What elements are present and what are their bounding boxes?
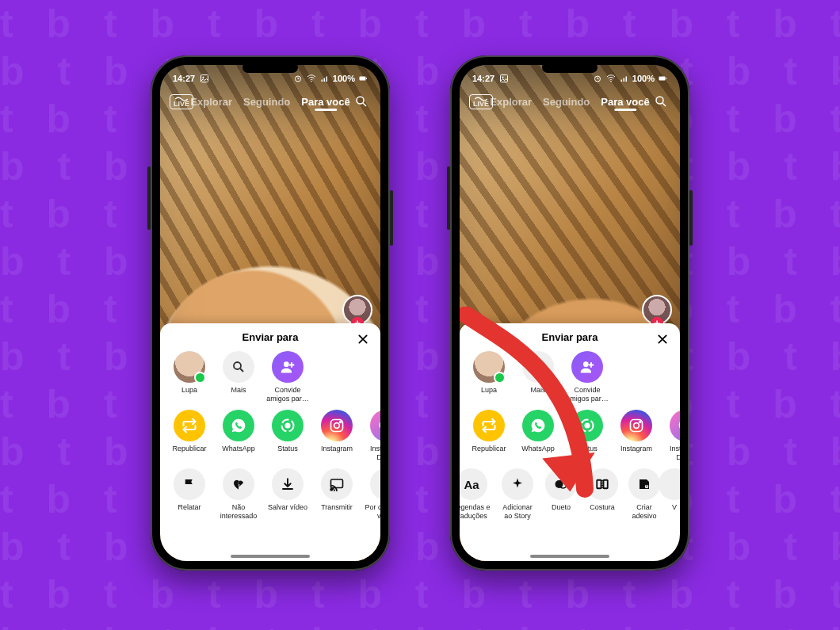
gallery-icon: [499, 74, 509, 83]
tab-para-voce[interactable]: Para você: [301, 96, 349, 108]
share-instagram-direct[interactable]: Instagram Direct: [664, 410, 680, 462]
top-nav: LIVE Explorar Seguindo Para você: [460, 89, 680, 114]
instagram-icon: [620, 410, 652, 441]
share-contact-lupa[interactable]: Lupa: [468, 351, 510, 403]
share-sheet: Enviar para Lupa Mais: [160, 323, 380, 561]
sticker-icon: [628, 468, 660, 500]
tab-seguindo[interactable]: Seguindo: [543, 96, 590, 108]
action-costura[interactable]: Costura: [585, 468, 620, 521]
svg-point-13: [340, 421, 342, 422]
share-more-contacts[interactable]: Mais: [217, 351, 260, 403]
whatsapp-icon: [522, 410, 554, 441]
svg-point-27: [586, 424, 590, 428]
search-icon: [354, 94, 368, 109]
share-more-contacts[interactable]: Mais: [517, 351, 559, 403]
creator-avatar[interactable]: +: [342, 295, 372, 325]
close-button[interactable]: [653, 330, 672, 349]
wifi-icon: [605, 74, 617, 83]
action-legendas[interactable]: Aa Legendas e traduções: [460, 468, 491, 521]
action-transmitir[interactable]: Transmitir: [315, 468, 358, 521]
top-nav: LIVE Explorar Seguindo Para você: [160, 89, 380, 114]
close-icon: [357, 334, 368, 345]
share-republicar[interactable]: Republicar: [468, 410, 510, 462]
duet-icon: [545, 468, 577, 500]
tab-explorar[interactable]: Explorar: [190, 96, 232, 108]
svg-point-10: [286, 424, 290, 428]
status-battery-text: 100%: [632, 74, 655, 83]
action-relatar[interactable]: Relatar: [168, 468, 211, 521]
svg-point-12: [334, 423, 340, 429]
svg-point-6: [357, 97, 364, 104]
tab-seguindo[interactable]: Seguindo: [243, 96, 290, 108]
sparkle-icon: [502, 468, 533, 500]
share-status[interactable]: Status: [266, 410, 309, 462]
messenger-icon: [670, 410, 680, 441]
add-user-icon: [571, 351, 603, 383]
repost-icon: [174, 410, 205, 441]
whatsapp-icon: [223, 410, 254, 441]
action-peek-right[interactable]: V: [669, 468, 680, 521]
share-status[interactable]: Status: [566, 410, 609, 462]
flag-icon: [174, 468, 205, 500]
gallery-icon: [200, 74, 209, 83]
search-button[interactable]: [651, 92, 670, 111]
share-sheet-title: Enviar para: [242, 331, 299, 343]
svg-rect-21: [659, 77, 666, 81]
search-button[interactable]: [352, 92, 371, 111]
home-indicator[interactable]: [231, 555, 310, 558]
messenger-icon: [370, 410, 380, 441]
share-instagram[interactable]: Instagram: [315, 410, 358, 462]
action-adicionar-story[interactable]: Adicionar ao Story: [498, 468, 537, 521]
action-salvar-video[interactable]: Salvar vídeo: [266, 468, 309, 521]
alarm-icon: [293, 74, 303, 83]
svg-rect-34: [604, 480, 608, 489]
share-instagram-direct[interactable]: Instagram Direct: [365, 410, 380, 462]
svg-point-7: [234, 362, 241, 369]
action-dueto[interactable]: Dueto: [544, 468, 578, 521]
phone-left: 14:27 100% LIVE E: [151, 55, 390, 571]
svg-point-20: [610, 81, 612, 82]
creator-avatar[interactable]: +: [642, 295, 672, 325]
tab-explorar[interactable]: Explorar: [490, 96, 532, 108]
share-invite-friends[interactable]: Convide amigos par…: [266, 351, 309, 403]
search-icon: [223, 351, 254, 383]
share-instagram[interactable]: Instagram: [615, 410, 658, 462]
action-nao-interessado[interactable]: Não interessado: [217, 468, 260, 521]
phone-right: 14:27 100% LIVE Explorar: [450, 55, 689, 571]
question-icon: [370, 468, 380, 500]
alarm-icon: [593, 74, 602, 83]
svg-point-29: [634, 423, 640, 429]
text-aa-icon: Aa: [460, 468, 487, 500]
search-icon: [522, 351, 554, 383]
svg-point-25: [583, 361, 589, 367]
avatar-icon: [473, 351, 505, 383]
share-contact-lupa[interactable]: Lupa: [168, 351, 211, 403]
download-icon: [272, 468, 304, 500]
share-republicar[interactable]: Republicar: [168, 410, 211, 462]
tab-para-voce[interactable]: Para você: [601, 96, 649, 108]
share-invite-friends[interactable]: Convide amigos par…: [566, 351, 609, 403]
share-whatsapp[interactable]: WhatsApp: [517, 410, 559, 462]
svg-rect-0: [201, 75, 208, 82]
avatar-icon: [174, 351, 205, 383]
action-criar-adesivo[interactable]: Criar adesivo: [626, 468, 662, 521]
phone-notch: [542, 62, 598, 73]
phone-notch: [242, 62, 298, 73]
home-indicator[interactable]: [530, 555, 609, 558]
svg-rect-22: [666, 78, 666, 79]
svg-point-30: [640, 421, 641, 422]
search-icon: [654, 94, 668, 109]
whatsapp-status-icon: [571, 410, 603, 441]
status-time: 14:27: [173, 74, 195, 83]
cast-icon: [321, 468, 353, 500]
instagram-icon: [321, 410, 353, 441]
signal-icon: [620, 74, 629, 83]
svg-rect-4: [360, 77, 366, 81]
svg-point-18: [502, 77, 504, 78]
action-por-que-esse-video[interactable]: Por que esse vídeo: [365, 468, 380, 521]
stitch-icon: [586, 468, 618, 500]
svg-point-15: [330, 489, 332, 491]
share-whatsapp[interactable]: WhatsApp: [217, 410, 260, 462]
close-button[interactable]: [353, 330, 372, 349]
svg-rect-33: [597, 480, 601, 489]
